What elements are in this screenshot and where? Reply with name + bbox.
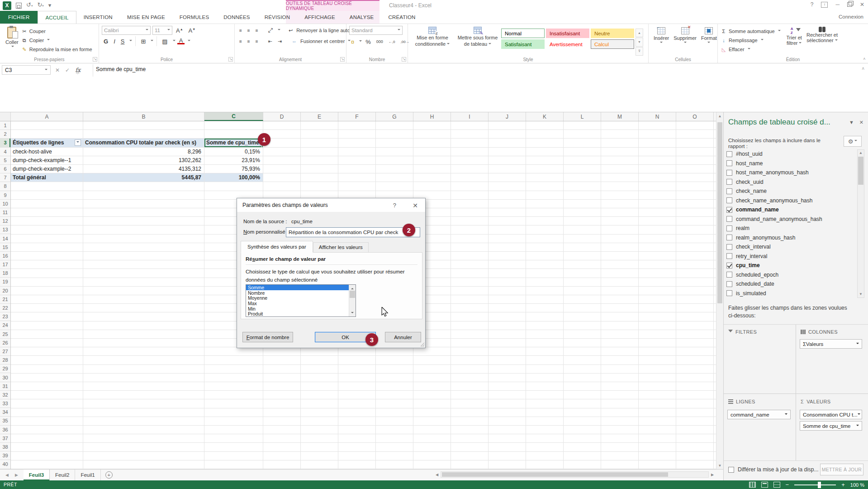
tab-show-values-as[interactable]: Afficher les valeurs <box>313 242 369 253</box>
tab-création[interactable]: CRÉATION <box>381 11 422 24</box>
field-item-realm[interactable]: realm <box>726 224 855 233</box>
field-item-check_name[interactable]: check_name <box>726 187 855 196</box>
field-item-host_name[interactable]: host_name <box>726 159 855 168</box>
sheet-tab-feuil1[interactable]: Feuil1 <box>75 470 100 480</box>
row-header-14[interactable]: 14 <box>0 234 10 243</box>
dialog-resize-grip[interactable] <box>420 342 424 347</box>
row-header-38[interactable]: 38 <box>0 443 10 451</box>
area-item-valeurs[interactable]: Σ Valeurs <box>800 339 862 349</box>
cell-style-calcul[interactable]: Calcul <box>591 39 634 49</box>
row-header-40[interactable]: 40 <box>0 460 10 469</box>
redo-icon[interactable]: ↻▾ <box>37 0 43 10</box>
pane-options-icon[interactable]: ▼ <box>849 120 854 125</box>
fill-color-icon[interactable]: ▨ <box>160 38 169 45</box>
tab-analyse[interactable]: ANALYSE <box>342 11 381 24</box>
row-header-12[interactable]: 12 <box>0 217 10 225</box>
field-checkbox[interactable] <box>726 253 732 259</box>
field-item-cpu_time[interactable]: cpu_time <box>726 261 855 270</box>
field-item-check_uuid[interactable]: check_uuid <box>726 177 855 187</box>
align-left-icon[interactable]: ≡ <box>237 39 244 44</box>
field-scroll-up-icon[interactable]: ▲ <box>858 150 864 156</box>
pivot-row-labels-header[interactable]: Étiquettes de lignes <box>11 139 83 147</box>
vertical-scroll-thumb[interactable] <box>717 122 722 303</box>
field-checkbox[interactable] <box>726 235 732 240</box>
column-header-H[interactable]: H <box>413 112 451 121</box>
pivot-total-pct[interactable]: 100,00% <box>204 173 263 182</box>
column-header-A[interactable]: A <box>11 112 83 121</box>
column-header-M[interactable]: M <box>601 112 639 121</box>
vertical-scrollbar[interactable]: ▲ ▼ <box>716 112 723 469</box>
row-header-1[interactable]: 1 <box>0 121 10 130</box>
column-header-D[interactable]: D <box>263 112 301 121</box>
zoom-slider[interactable] <box>794 484 836 485</box>
field-item-scheduled_date[interactable]: scheduled_date <box>726 279 855 289</box>
cancel-formula-icon[interactable]: ✕ <box>55 67 60 73</box>
field-item-scheduled_epoch[interactable]: scheduled_epoch <box>726 270 855 280</box>
row-header-24[interactable]: 24 <box>0 321 10 330</box>
row-header-11[interactable]: 11 <box>0 208 10 217</box>
row-header-28[interactable]: 28 <box>0 356 10 364</box>
field-checkbox[interactable] <box>726 216 732 222</box>
row-header-21[interactable]: 21 <box>0 295 10 304</box>
pivot-row-label[interactable]: check-host-alive <box>11 148 83 156</box>
calc-option-max[interactable]: Max <box>246 301 349 306</box>
restore-icon[interactable] <box>847 2 852 7</box>
row-header-36[interactable]: 36 <box>0 426 10 434</box>
tab-accueil[interactable]: ACCUEIL <box>38 11 76 24</box>
close-icon[interactable]: ✕ <box>860 1 864 8</box>
align-bottom-icon[interactable]: ≡ <box>254 28 260 33</box>
fill-button[interactable]: ↓Remplissage <box>721 36 781 45</box>
field-checkbox[interactable] <box>726 179 732 185</box>
custom-name-input[interactable]: Répartition de la consommation CPU par c… <box>286 227 420 237</box>
tab-données[interactable]: DONNÉES <box>216 11 257 24</box>
normal-view-icon[interactable] <box>749 482 756 488</box>
align-middle-icon[interactable]: ≡ <box>246 28 252 33</box>
field-item-host_name_anonymous_hash[interactable]: host_name_anonymous_hash <box>726 168 855 177</box>
zoom-in-icon[interactable]: + <box>841 482 845 488</box>
bold-button[interactable]: G <box>102 38 110 45</box>
pane-close-icon[interactable]: ✕ <box>859 120 863 125</box>
field-checkbox[interactable] <box>726 290 732 296</box>
field-checkbox[interactable] <box>726 263 732 268</box>
percent-style-icon[interactable]: % <box>364 38 373 45</box>
pivot-row-label[interactable]: dump-check-example--2 <box>11 165 83 173</box>
copy-button[interactable]: ⧉Copier <box>21 36 92 45</box>
row-header-23[interactable]: 23 <box>0 312 10 321</box>
align-top-icon[interactable]: ≡ <box>237 28 244 33</box>
field-checkbox[interactable] <box>726 197 732 203</box>
pivot-value-pct[interactable]: 0,15% <box>204 148 263 156</box>
column-header-E[interactable]: E <box>301 112 338 121</box>
format-painter-button[interactable]: ✎Reproduire la mise en forme <box>21 45 92 54</box>
cell-style-normal[interactable]: Normal <box>501 29 545 38</box>
field-checkbox[interactable] <box>726 188 732 194</box>
row-header-20[interactable]: 20 <box>0 287 10 295</box>
tab-révision[interactable]: RÉVISION <box>257 11 298 24</box>
row-header-39[interactable]: 39 <box>0 451 10 460</box>
excel-logo-icon[interactable]: X <box>3 1 11 10</box>
accounting-format-icon[interactable]: ¤ <box>349 38 356 45</box>
listbox-scroll-thumb[interactable] <box>350 291 355 298</box>
cut-button[interactable]: ✂Couper <box>21 27 92 36</box>
help-icon[interactable]: ? <box>811 1 814 8</box>
sort-filter-button[interactable]: AZ Trier et filtrer <box>784 26 804 56</box>
font-size-select[interactable]: 11 <box>152 26 172 35</box>
field-checkbox[interactable] <box>726 244 732 250</box>
underline-button[interactable]: S <box>119 38 127 45</box>
field-item-check_interval[interactable]: check_interval <box>726 242 855 252</box>
cancel-button[interactable]: Annuler <box>385 332 421 342</box>
conditional-formatting-button[interactable]: Mise en forme conditionnelle <box>411 26 454 56</box>
increase-indent-icon[interactable]: ⇥ <box>276 38 284 44</box>
pivot-total-label[interactable]: Total général <box>11 173 83 182</box>
update-button[interactable]: METTRE À JOUR <box>820 464 863 475</box>
selected-cell-c3[interactable]: Somme de cpu_time <box>204 139 263 147</box>
tools-button[interactable]: ⚙ <box>844 136 862 147</box>
row-labels-filter-icon[interactable] <box>75 139 81 146</box>
row-header-29[interactable]: 29 <box>0 364 10 373</box>
sheet-tab-feuil3[interactable]: Feuil3 <box>24 470 50 480</box>
number-format-button[interactable]: Format de nombre <box>242 332 293 342</box>
save-icon[interactable] <box>16 3 22 9</box>
scroll-right-icon[interactable]: ▶ <box>709 473 716 477</box>
horizontal-scrollbar[interactable]: ◀ ▶ <box>433 471 716 478</box>
tab-fichier[interactable]: FICHIER <box>0 11 38 24</box>
row-header-2[interactable]: 2 <box>0 130 10 139</box>
